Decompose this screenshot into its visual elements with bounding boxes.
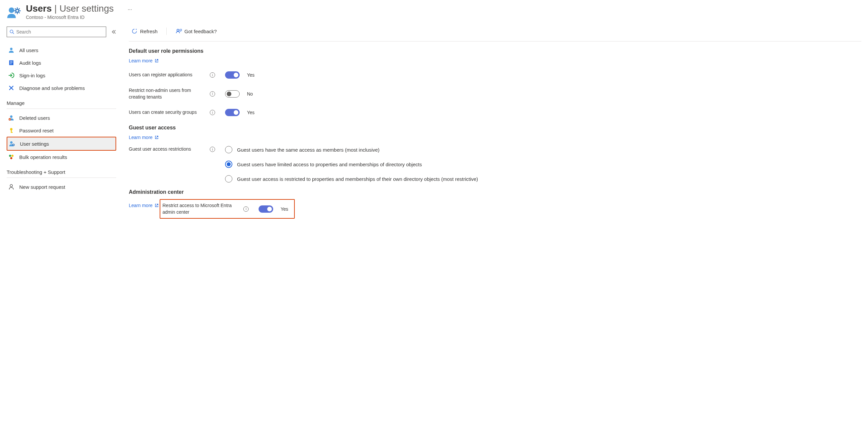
nav-new-support[interactable]: New support request [7,181,116,193]
svg-line-4 [12,33,14,34]
radio-guest-inclusive[interactable] [225,146,232,153]
svg-point-5 [10,48,12,50]
user-icon [8,47,14,54]
svg-point-23 [177,29,179,31]
nav-label: User settings [20,141,49,147]
svg-rect-9 [10,64,11,64]
nav-bulk-results[interactable]: Bulk operation results [7,151,116,163]
learn-more-admin[interactable]: Learn more [129,203,159,208]
nav-password-reset[interactable]: Password reset [7,124,116,137]
refresh-icon [131,28,137,34]
toggle-restrict-tenants[interactable] [225,90,240,98]
nav-diagnose[interactable]: Diagnose and solve problems [7,82,116,94]
toolbar-label: Refresh [140,29,158,34]
bulk-icon [8,154,14,160]
svg-point-19 [9,155,11,157]
collapse-sidebar-button[interactable] [111,29,116,34]
refresh-button[interactable]: Refresh [129,27,160,35]
users-header-icon [7,5,21,20]
user-settings-icon [9,140,15,147]
nav-audit-logs[interactable]: Audit logs [7,56,116,69]
svg-point-0 [9,7,14,12]
section-default-title: Default user role permissions [129,48,861,54]
learn-more-guest[interactable]: Learn more [129,135,159,140]
svg-point-3 [10,30,13,33]
svg-point-18 [13,144,14,145]
info-icon[interactable]: i [210,91,215,97]
deleted-user-icon [8,115,14,121]
toggle-register-apps[interactable] [225,71,240,78]
info-icon[interactable]: i [243,207,249,212]
nav-user-settings[interactable]: User settings [7,137,116,150]
toolbar-separator [166,28,167,35]
info-icon[interactable]: i [210,147,215,152]
sidebar-search[interactable] [7,27,106,37]
signin-icon [8,72,14,78]
svg-point-10 [10,116,12,118]
sidebar-section-troubleshoot: Troubleshooting + Support [7,163,116,178]
svg-point-20 [11,155,13,157]
external-link-icon [155,59,159,63]
setting-register-apps-label: Users can register applications [129,72,206,78]
feedback-icon [175,28,182,34]
page-title: Users | User settings [26,3,114,14]
nav-label: All users [19,48,38,53]
toolbar-label: Got feedback? [185,29,217,34]
nav-label: Diagnose and solve problems [19,85,85,91]
support-icon [8,184,14,190]
nav-all-users[interactable]: All users [7,44,116,56]
toggle-value: Yes [247,110,255,115]
nav-label: Bulk operation results [19,154,67,160]
more-actions-button[interactable]: ··· [128,7,132,12]
setting-guest-restrictions-label: Guest user access restrictions [129,146,206,153]
svg-rect-12 [9,119,11,120]
key-icon [8,127,14,134]
audit-log-icon [8,59,14,66]
info-icon[interactable]: i [210,110,215,115]
nav-label: Sign-in logs [19,73,45,78]
radio-label: Guest users have limited access to prope… [237,162,422,167]
section-admin-title: Administration center [129,189,861,195]
toggle-value: Yes [247,72,255,77]
radio-label: Guest users have the same access as memb… [237,147,379,153]
radio-label: Guest user access is restricted to prope… [237,176,478,182]
toggle-restrict-admin[interactable] [258,206,273,213]
setting-security-groups-label: Users can create security groups [129,109,206,116]
sidebar-section-manage: Manage [7,94,116,109]
svg-point-21 [10,157,12,159]
svg-rect-8 [10,62,12,63]
external-link-icon [155,135,159,139]
nav-label: Audit logs [19,60,41,66]
external-link-icon [155,203,159,208]
info-icon[interactable]: i [210,72,215,77]
toggle-value: Yes [280,207,288,212]
search-icon [10,30,14,34]
nav-signin-logs[interactable]: Sign-in logs [7,69,116,82]
diagnose-icon [8,85,14,91]
learn-more-default[interactable]: Learn more [129,58,159,63]
feedback-button[interactable]: Got feedback? [173,27,220,36]
toggle-security-groups[interactable] [225,109,240,116]
setting-restrict-admin-label: Restrict access to Microsoft Entra admin… [162,202,239,215]
section-guest-title: Guest user access [129,125,861,131]
nav-label: Deleted users [19,115,50,121]
svg-rect-15 [11,132,12,133]
svg-point-16 [10,141,12,144]
radio-guest-limited[interactable] [225,161,232,168]
svg-point-2 [16,10,18,12]
search-input[interactable] [16,29,103,34]
nav-label: Password reset [19,128,54,133]
nav-label: New support request [19,184,65,190]
setting-restrict-tenants-label: Restrict non-admin users from creating t… [129,87,206,100]
radio-guest-restrictive[interactable] [225,175,232,183]
nav-deleted-users[interactable]: Deleted users [7,112,116,124]
page-subtitle: Contoso - Microsoft Entra ID [26,14,114,20]
svg-rect-7 [10,61,12,62]
toggle-value: No [247,91,253,97]
svg-point-22 [10,185,12,187]
